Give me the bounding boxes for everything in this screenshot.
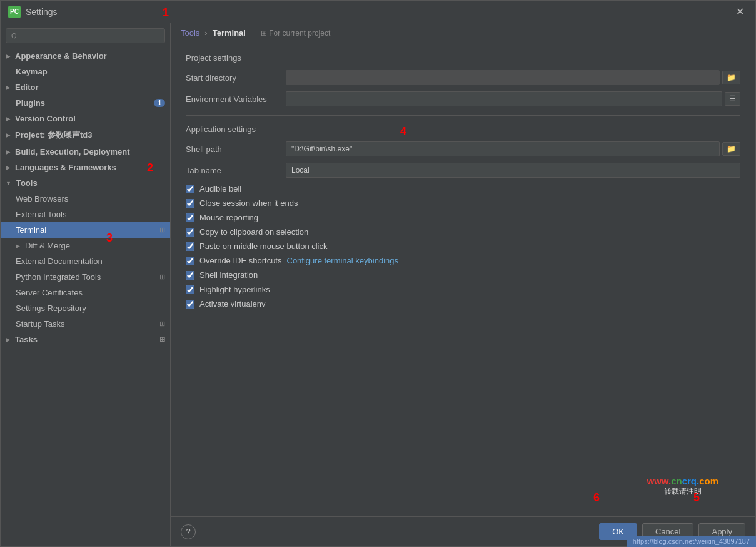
sidebar-item-label: Build, Execution, Deployment <box>15 147 129 156</box>
sidebar-item-server-certs[interactable]: Server Certificates <box>1 285 170 300</box>
chevron-icon: ▶ <box>6 149 10 155</box>
shell-path-label: Shell path <box>186 145 286 154</box>
checkbox-activate-virtualenv[interactable] <box>186 300 194 309</box>
tab-name-input[interactable] <box>286 163 740 178</box>
breadcrumb-current: Terminal <box>213 28 246 38</box>
sidebar-item-label: Keymap <box>16 67 48 76</box>
shell-path-input-wrap: 📁 <box>286 141 740 156</box>
sidebar-item-label: Settings Repository <box>16 304 86 313</box>
checkbox-label-paste-middle: Paste on middle mouse button click <box>199 242 328 251</box>
sidebar-item-keymap[interactable]: Keymap <box>1 64 170 79</box>
configure-keybindings-link[interactable]: Configure terminal keybindings <box>287 256 398 265</box>
sidebar-item-label: Terminal <box>16 225 46 235</box>
checkbox-label-copy-clipboard: Copy to clipboard on selection <box>199 227 308 237</box>
checkbox-row-audible-bell: Audible bell <box>186 184 740 193</box>
sidebar-item-external-doc[interactable]: External Documentation <box>1 253 170 269</box>
sidebar-item-version-control[interactable]: ▶ Version Control <box>1 111 170 126</box>
sidebar-item-languages[interactable]: ▶ Languages & Frameworks <box>1 160 170 175</box>
checkbox-copy-clipboard[interactable] <box>186 228 194 237</box>
for-project-label[interactable]: ⊞ For current project <box>261 29 330 38</box>
checkbox-shell-integration[interactable] <box>186 271 194 280</box>
shell-path-row: Shell path 📁 <box>186 141 740 156</box>
env-variables-browse-btn[interactable]: ☰ <box>725 92 740 106</box>
sidebar-item-label: Diff & Merge <box>25 241 70 250</box>
env-variables-label: Environment Variables <box>186 95 286 104</box>
checkbox-label-override-shortcuts: Override IDE shortcuts <box>199 256 282 265</box>
sidebar-item-startup-tasks[interactable]: Startup Tasks ⊞ <box>1 316 170 332</box>
breadcrumb-parent[interactable]: Tools <box>181 28 199 38</box>
sidebar-item-build[interactable]: ▶ Build, Execution, Deployment <box>1 144 170 160</box>
chevron-icon: ▼ <box>6 180 11 187</box>
checkbox-row-activate-virtualenv: Activate virtualenv <box>186 299 740 309</box>
checkbox-label-shell-integration: Shell integration <box>199 270 258 280</box>
chevron-icon: ▶ <box>6 132 10 138</box>
checkbox-close-session[interactable] <box>186 199 194 208</box>
checkbox-label-mouse-reporting: Mouse reporting <box>199 213 258 222</box>
close-button[interactable]: ✕ <box>732 4 748 19</box>
main-content: Q ▶ Appearance & Behavior Keymap ▶ Edito… <box>1 23 755 546</box>
terminal-icon: ⊞ <box>159 226 165 234</box>
checkbox-row-shell-integration: Shell integration <box>186 270 740 280</box>
shell-path-browse-btn[interactable]: 📁 <box>722 142 740 156</box>
start-directory-label: Start directory <box>186 73 286 83</box>
chevron-icon: ▶ <box>6 165 10 171</box>
checkbox-label-audible-bell: Audible bell <box>199 184 241 193</box>
checkbox-row-copy-clipboard: Copy to clipboard on selection <box>186 227 740 237</box>
plugins-badge: 1 <box>154 99 165 107</box>
sidebar-item-label: Plugins <box>16 98 45 108</box>
breadcrumb-bar: Tools › Terminal ⊞ For current project <box>171 23 755 43</box>
chevron-icon: ▶ <box>6 337 10 343</box>
sidebar-item-external-tools[interactable]: External Tools <box>1 207 170 222</box>
sidebar-item-label: External Tools <box>16 210 66 219</box>
checkbox-paste-middle[interactable] <box>186 242 194 251</box>
sidebar-item-diff-merge[interactable]: ▶ Diff & Merge <box>1 238 170 253</box>
chevron-icon: ▶ <box>6 53 10 59</box>
checkbox-label-activate-virtualenv: Activate virtualenv <box>199 299 266 309</box>
sidebar-item-plugins[interactable]: Plugins 1 <box>1 95 170 111</box>
tasks-icon: ⊞ <box>159 335 165 344</box>
sidebar-item-label: Editor <box>15 83 39 92</box>
sidebar-item-python-tools[interactable]: Python Integrated Tools ⊞ <box>1 269 170 285</box>
start-directory-browse-btn[interactable]: 📁 <box>722 71 740 84</box>
sidebar-item-terminal[interactable]: Terminal ⊞ <box>1 222 170 238</box>
checkbox-row-mouse-reporting: Mouse reporting <box>186 213 740 222</box>
checkbox-override-shortcuts[interactable] <box>186 257 194 265</box>
panel-body: Project settings Start directory 📁 Envir… <box>171 43 755 516</box>
sidebar-item-label: Languages & Frameworks <box>15 163 116 172</box>
sidebar-item-settings-repo[interactable]: Settings Repository <box>1 300 170 316</box>
tab-name-label: Tab name <box>186 166 286 175</box>
sidebar-item-label: Appearance & Behavior <box>15 51 107 61</box>
sidebar-item-tasks[interactable]: ▶ Tasks ⊞ <box>1 332 170 347</box>
start-directory-input-wrap: 📁 <box>286 70 740 85</box>
title-bar: PC Settings ✕ <box>1 1 755 23</box>
sidebar-item-appearance[interactable]: ▶ Appearance & Behavior <box>1 48 170 64</box>
sidebar-item-editor[interactable]: ▶ Editor <box>1 79 170 95</box>
sidebar-item-label: External Documentation <box>16 257 103 266</box>
tab-name-input-wrap <box>286 163 740 178</box>
sidebar-item-web-browsers[interactable]: Web Browsers <box>1 191 170 207</box>
checkbox-audible-bell[interactable] <box>186 185 194 193</box>
sidebar-item-label: Tools <box>16 178 38 188</box>
env-variables-input-wrap: ☰ <box>286 91 740 106</box>
shell-path-input[interactable] <box>286 141 720 156</box>
breadcrumb-separator: › <box>204 28 207 38</box>
startup-tasks-icon: ⊞ <box>159 320 165 328</box>
checkbox-row-override-shortcuts: Override IDE shortcuts Configure termina… <box>186 256 740 265</box>
search-input[interactable] <box>19 31 159 40</box>
chevron-icon: ▶ <box>16 243 20 249</box>
checkbox-row-paste-middle: Paste on middle mouse button click <box>186 242 740 251</box>
checkbox-row-highlight-hyperlinks: Highlight hyperlinks <box>186 285 740 294</box>
checkbox-highlight-hyperlinks[interactable] <box>186 285 194 294</box>
sidebar-item-tools[interactable]: ▼ Tools <box>1 175 170 191</box>
sidebar: Q ▶ Appearance & Behavior Keymap ▶ Edito… <box>1 23 171 546</box>
sidebar-item-label: Tasks <box>15 335 38 344</box>
section-divider-1 <box>186 115 740 116</box>
checkbox-row-close-session: Close session when it ends <box>186 198 740 208</box>
checkbox-mouse-reporting[interactable] <box>186 213 194 222</box>
start-directory-input[interactable] <box>286 70 720 85</box>
url-bar: https://blog.csdn.net/weixin_43897187 <box>627 536 756 547</box>
sidebar-item-project[interactable]: ▶ Project: 参数噪声td3 <box>1 126 170 144</box>
help-button[interactable]: ? <box>181 524 196 539</box>
env-variables-input[interactable] <box>286 91 722 106</box>
checkbox-label-close-session: Close session when it ends <box>199 198 298 208</box>
